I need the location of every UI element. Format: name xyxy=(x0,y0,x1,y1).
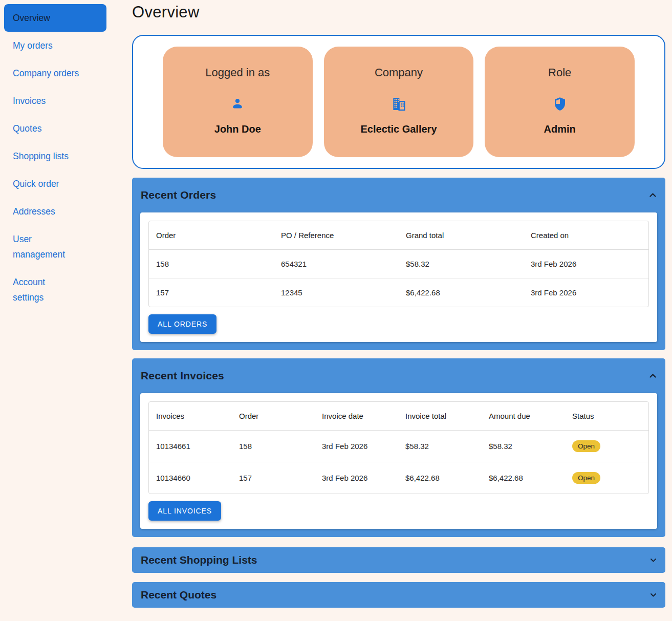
sidebar-item-overview[interactable]: Overview xyxy=(4,4,106,32)
logged-in-as-value: John Doe xyxy=(214,123,261,135)
order-number: 157 xyxy=(232,462,315,494)
invoice-total: $6,422.68 xyxy=(398,462,482,494)
page-title: Overview xyxy=(132,3,665,22)
table-row: 10134661 158 3rd Feb 2026 $58.32 $58.32 … xyxy=(149,431,648,462)
main-content: Overview Logged in as John Doe Company xyxy=(106,0,672,621)
recent-invoices-title: Recent Invoices xyxy=(141,370,224,382)
amount-due: $6,422.68 xyxy=(482,462,565,494)
person-icon xyxy=(229,96,246,112)
created-on: 3rd Feb 2026 xyxy=(524,250,648,279)
role-value: Admin xyxy=(544,123,576,135)
role-card: Role Admin xyxy=(485,47,635,157)
recent-invoices-body: Invoices Order Invoice date Invoice tota… xyxy=(140,393,657,529)
role-label: Role xyxy=(548,66,571,79)
sidebar-item-account-settings[interactable]: Account settings xyxy=(4,268,106,311)
column-header: Order xyxy=(149,221,274,250)
recent-orders-header[interactable]: Recent Orders xyxy=(141,189,657,201)
sidebar-item-company-orders[interactable]: Company orders xyxy=(4,59,106,87)
column-header: PO / Reference xyxy=(274,221,399,250)
chevron-down-icon[interactable] xyxy=(650,558,657,563)
invoice-number: 10134661 xyxy=(149,431,232,462)
recent-quotes-panel[interactable]: Recent Quotes xyxy=(132,582,665,608)
sidebar-item-quick-order[interactable]: Quick order xyxy=(4,170,106,198)
grand-total: $6,422.68 xyxy=(399,279,524,307)
chevron-up-icon[interactable] xyxy=(649,373,657,378)
order-number: 158 xyxy=(149,250,274,279)
profile-summary-panel: Logged in as John Doe Company xyxy=(132,35,665,169)
column-header: Status xyxy=(565,402,648,431)
recent-invoices-panel: Recent Invoices Invoices Order Invoice d… xyxy=(132,358,665,537)
table-row: 158 654321 $58.32 3rd Feb 2026 xyxy=(149,250,648,279)
column-header: Grand total xyxy=(399,221,524,250)
company-card: Company xyxy=(324,47,474,157)
recent-shopping-lists-panel[interactable]: Recent Shopping Lists xyxy=(132,547,665,573)
all-invoices-button[interactable]: ALL INVOICES xyxy=(148,501,221,521)
shield-icon xyxy=(552,96,568,112)
grand-total: $58.32 xyxy=(399,250,524,279)
sidebar-item-invoices[interactable]: Invoices xyxy=(4,87,106,115)
building-icon xyxy=(391,96,407,112)
company-label: Company xyxy=(375,66,423,79)
sidebar: Overview My orders Company orders Invoic… xyxy=(0,0,106,621)
status-badge: Open xyxy=(572,440,600,452)
column-header: Invoices xyxy=(149,402,232,431)
sidebar-item-addresses[interactable]: Addresses xyxy=(4,198,106,225)
invoice-date: 3rd Feb 2026 xyxy=(315,462,398,494)
recent-quotes-title: Recent Quotes xyxy=(141,588,216,602)
chevron-down-icon[interactable] xyxy=(650,593,657,597)
invoice-date: 3rd Feb 2026 xyxy=(315,431,398,462)
invoice-total: $58.32 xyxy=(398,431,482,462)
recent-invoices-table: Invoices Order Invoice date Invoice tota… xyxy=(148,401,649,494)
amount-due: $58.32 xyxy=(482,431,565,462)
page-layout: Overview My orders Company orders Invoic… xyxy=(0,0,672,621)
recent-orders-title: Recent Orders xyxy=(141,189,216,201)
order-number: 158 xyxy=(232,431,315,462)
all-orders-button[interactable]: ALL ORDERS xyxy=(148,314,216,334)
recent-shopping-lists-title: Recent Shopping Lists xyxy=(141,553,257,567)
recent-orders-body: Order PO / Reference Grand total Created… xyxy=(140,212,657,342)
status-badge: Open xyxy=(572,472,600,484)
company-value: Eclectic Gallery xyxy=(361,123,437,135)
sidebar-item-user-management[interactable]: User management xyxy=(4,225,106,268)
chevron-up-icon[interactable] xyxy=(649,192,657,198)
column-header: Order xyxy=(232,402,315,431)
logged-in-as-card: Logged in as John Doe xyxy=(163,47,313,157)
invoice-number: 10134660 xyxy=(149,462,232,494)
logged-in-as-label: Logged in as xyxy=(205,66,270,79)
recent-invoices-header[interactable]: Recent Invoices xyxy=(141,370,657,382)
created-on: 3rd Feb 2026 xyxy=(524,279,648,307)
po-reference: 654321 xyxy=(274,250,399,279)
recent-orders-panel: Recent Orders Order PO / Reference Grand… xyxy=(132,178,665,350)
column-header: Created on xyxy=(524,221,648,250)
column-header: Invoice total xyxy=(398,402,482,431)
table-row: 157 12345 $6,422.68 3rd Feb 2026 xyxy=(149,279,648,307)
po-reference: 12345 xyxy=(274,279,399,307)
column-header: Invoice date xyxy=(315,402,398,431)
sidebar-item-shopping-lists[interactable]: Shopping lists xyxy=(4,142,106,170)
recent-orders-table: Order PO / Reference Grand total Created… xyxy=(148,221,649,307)
column-header: Amount due xyxy=(482,402,565,431)
recent-orders-header-row: Order PO / Reference Grand total Created… xyxy=(149,221,648,250)
order-number: 157 xyxy=(149,279,274,307)
recent-invoices-header-row: Invoices Order Invoice date Invoice tota… xyxy=(149,402,648,431)
table-row: 10134660 157 3rd Feb 2026 $6,422.68 $6,4… xyxy=(149,462,648,494)
sidebar-item-my-orders[interactable]: My orders xyxy=(4,32,106,59)
sidebar-item-quotes[interactable]: Quotes xyxy=(4,115,106,142)
